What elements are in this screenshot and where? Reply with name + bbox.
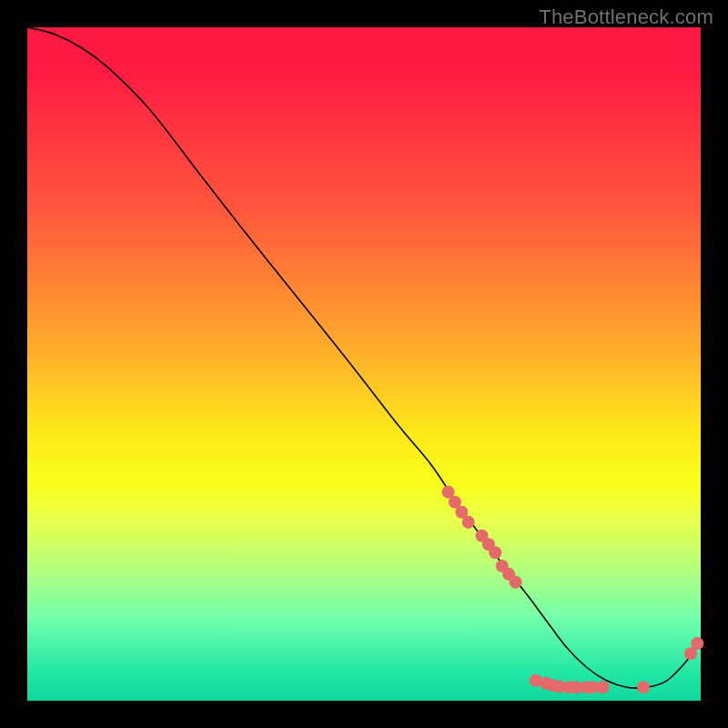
marker-dot: [637, 681, 650, 693]
marker-dot: [489, 546, 501, 559]
watermark-text: TheBottleneck.com: [539, 5, 713, 29]
plot-area: [27, 27, 701, 701]
curve-line: [27, 27, 701, 688]
marker-dot: [597, 681, 610, 693]
marker-dot: [462, 516, 475, 529]
marker-dot: [691, 637, 703, 650]
marker-dot: [509, 576, 521, 589]
chart-frame: TheBottleneck.com: [0, 0, 728, 728]
marker-group: [441, 486, 703, 694]
chart-svg: [27, 27, 701, 701]
